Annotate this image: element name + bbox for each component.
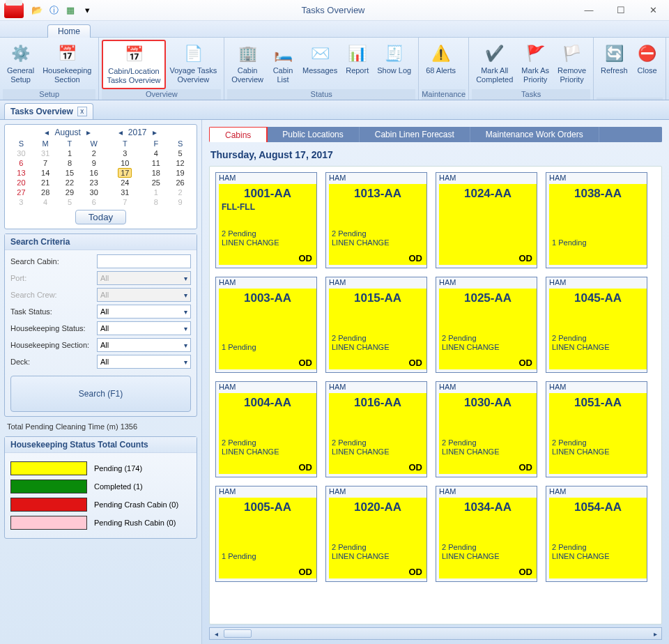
search-cabin-input[interactable] [97,254,191,268]
cabin-card[interactable]: HAM1016-AA2 Pending LINEN CHANGEOD [325,381,427,477]
document-tab-close-icon[interactable]: x [77,107,87,116]
cabin-card[interactable]: HAM1030-AA2 Pending LINEN CHANGEOD [436,381,537,477]
calendar-day[interactable]: 5 [58,197,82,207]
calendar-day[interactable]: 4 [144,148,168,158]
calendar-day[interactable]: 24 [106,178,144,187]
document-tab[interactable]: Tasks Overview x [4,103,93,119]
ribbon-voyage-tasks-overview[interactable]: 📄Voyage Tasks Overview [166,40,222,89]
cabin-card[interactable]: HAM1005-AA1 PendingOD [215,486,317,582]
calendar-today-button[interactable]: Today [75,210,127,224]
calendar-day[interactable]: 8 [58,158,82,168]
calendar-day[interactable]: 16 [82,168,106,178]
right-tab-public-locations[interactable]: Public Locations [267,127,359,142]
cabin-card[interactable]: HAM1045-AA2 Pending LINEN CHANGE [546,277,647,373]
ribbon-report[interactable]: 📊Report [341,40,373,89]
calendar[interactable]: ◂ August ▸ ◂ 2017 ▸ SMTWTFS3031123456789… [4,124,197,229]
calendar-day[interactable]: 29 [58,187,82,197]
calendar-day[interactable]: 17 [106,168,144,178]
calendar-day[interactable]: 14 [33,168,58,178]
cabin-card[interactable]: HAM1001-AAFLL-FLL2 Pending LINEN CHANGEO… [215,172,317,268]
right-tab-cabins[interactable]: Cabins [209,127,268,142]
ribbon-general-setup[interactable]: ⚙️General Setup [3,40,38,89]
cabin-card[interactable]: HAM1020-AA2 Pending LINEN CHANGEOD [325,486,427,582]
calendar-day[interactable]: 26 [168,178,192,187]
cabin-card[interactable]: HAM1025-AA2 Pending LINEN CHANGEOD [436,277,537,373]
cabin-card[interactable]: HAM1038-AA1 Pending [546,172,647,268]
qat-flag-icon[interactable]: ▦ [64,4,77,17]
calendar-day[interactable]: 30 [82,187,106,197]
qat-info-icon[interactable]: ⓘ [47,4,60,17]
search-button[interactable]: Search (F1) [10,376,191,412]
calendar-day[interactable]: 12 [168,158,192,168]
minimize-button[interactable]: — [573,1,605,20]
calendar-day[interactable]: 20 [9,178,33,187]
calendar-day[interactable]: 6 [9,158,33,168]
calendar-day[interactable]: 15 [58,168,82,178]
calendar-day[interactable]: 1 [144,187,168,197]
ribbon-refresh[interactable]: 🔄Refresh [597,40,632,98]
close-window-button[interactable]: ✕ [637,1,669,20]
calendar-day[interactable]: 25 [144,178,168,187]
scroll-right-icon[interactable]: ▸ [649,630,661,638]
ribbon-remove-priority[interactable]: 🏳️Remove Priority [553,40,590,89]
calendar-day[interactable]: 9 [82,158,106,168]
ribbon-tab-home[interactable]: Home [47,24,91,38]
calendar-next-year-icon[interactable]: ▸ [150,128,160,137]
calendar-day[interactable]: 19 [168,168,192,178]
right-tab-cabin-linen-forecast[interactable]: Cabin Linen Forecast [360,127,470,142]
scroll-thumb[interactable] [224,629,252,638]
qat-dropdown-icon[interactable]: ▾ [81,4,93,17]
calendar-day[interactable]: 27 [9,187,33,197]
calendar-day[interactable]: 22 [58,178,82,187]
deck-combo[interactable]: All [97,355,191,369]
cabin-card[interactable]: HAM1034-AA2 Pending LINEN CHANGEOD [436,486,537,582]
calendar-day[interactable]: 21 [33,178,58,187]
cabin-card[interactable]: HAM1015-AA2 Pending LINEN CHANGEOD [325,277,427,373]
calendar-day[interactable]: 30 [9,148,33,158]
right-tab-maintenance-work-orders[interactable]: Maintenance Work Orders [470,127,599,142]
calendar-day[interactable]: 4 [33,197,58,207]
ribbon-messages[interactable]: ✉️Messages [298,40,341,89]
ribbon-cabin-location-tasks-overview[interactable]: 📅Cabin/Location Tasks Overview [102,40,165,89]
calendar-day[interactable]: 10 [106,158,144,168]
calendar-prev-year-icon[interactable]: ◂ [116,128,125,137]
ribbon-housekeeping-section[interactable]: 📅Housekeeping Section [38,40,95,89]
ribbon-close[interactable]: ⛔Close [632,40,663,98]
calendar-day[interactable]: 13 [9,168,33,178]
calendar-day[interactable]: 31 [106,187,144,197]
hk-section-combo[interactable]: All [97,338,191,352]
ribbon-cabin-overview[interactable]: 🏢Cabin Overview [227,40,268,89]
calendar-day[interactable]: 7 [106,197,144,207]
ribbon-cabin-list[interactable]: 🛏️Cabin List [268,40,298,89]
calendar-day[interactable]: 2 [82,148,106,158]
task-status-combo[interactable]: All [97,305,191,319]
calendar-day[interactable]: 18 [144,168,168,178]
calendar-day[interactable]: 28 [33,187,58,197]
calendar-next-month-icon[interactable]: ▸ [84,128,93,137]
calendar-day[interactable]: 31 [33,148,58,158]
cabin-card[interactable]: HAM1003-AA1 PendingOD [215,277,317,373]
calendar-day[interactable]: 7 [33,158,58,168]
calendar-day[interactable]: 5 [168,148,192,158]
calendar-day[interactable]: 3 [106,148,144,158]
calendar-day[interactable]: 6 [82,197,106,207]
calendar-day[interactable]: 9 [168,197,192,207]
calendar-prev-month-icon[interactable]: ◂ [42,128,52,137]
hk-status-combo[interactable]: All [97,321,191,335]
qat-open-icon[interactable]: 📂 [31,4,43,17]
calendar-day[interactable]: 3 [9,197,33,207]
calendar-day[interactable]: 11 [144,158,168,168]
calendar-day[interactable]: 23 [82,178,106,187]
cabin-card[interactable]: HAM1051-AA2 Pending LINEN CHANGE [546,381,647,477]
ribbon-mark-all-completed[interactable]: ✔️Mark All Completed [472,40,517,89]
cabin-card[interactable]: HAM1024-AAOD [436,172,537,268]
cabin-card[interactable]: HAM1013-AA2 Pending LINEN CHANGEOD [325,172,427,268]
calendar-day[interactable]: 1 [58,148,82,158]
calendar-day[interactable]: 2 [168,187,192,197]
ribbon-alerts[interactable]: ⚠️68 Alerts [422,40,460,89]
calendar-day[interactable]: 8 [144,197,168,207]
cabin-card[interactable]: HAM1054-AA2 Pending LINEN CHANGE [546,486,647,582]
scroll-left-icon[interactable]: ◂ [210,630,222,638]
horizontal-scrollbar[interactable]: ◂ ▸ [209,627,662,640]
cabin-card[interactable]: HAM1004-AA2 Pending LINEN CHANGEOD [215,381,317,477]
